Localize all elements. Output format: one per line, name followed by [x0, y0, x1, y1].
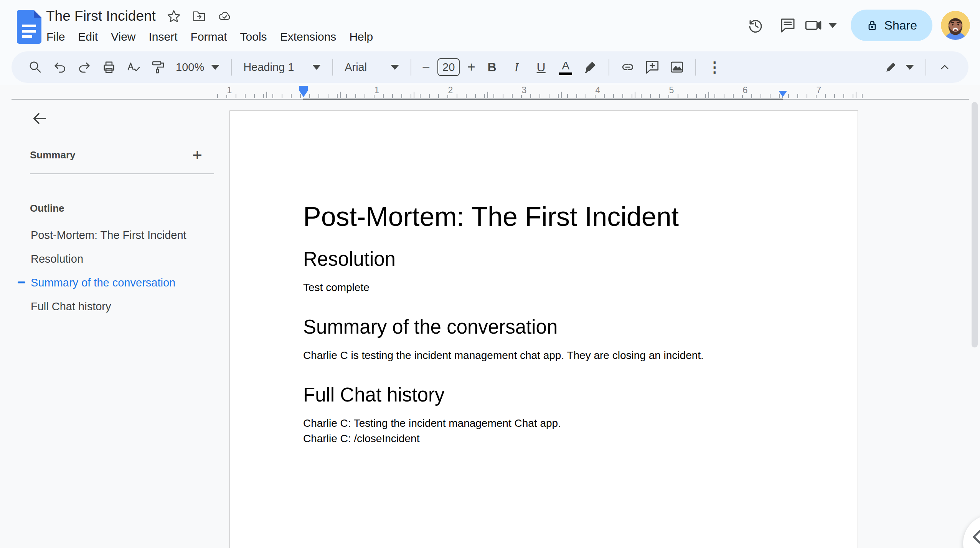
outline-item-label: Resolution: [31, 253, 83, 265]
menu-bar: File Edit View Insert Format Tools Exten…: [40, 27, 379, 47]
toolbar-divider: [695, 59, 696, 76]
summary-label: Summary: [30, 149, 76, 161]
join-call-control[interactable]: [804, 16, 837, 35]
horizontal-ruler: 1 1 2 3 4 5 6 7: [12, 85, 969, 100]
version-history-icon[interactable]: [739, 9, 772, 41]
toolbar-divider: [926, 59, 926, 76]
sidebar-divider: [30, 173, 214, 174]
menu-help[interactable]: Help: [343, 28, 379, 46]
lock-icon: [866, 19, 878, 31]
doc-paragraph[interactable]: Charlie C is testing the incident manage…: [303, 348, 784, 363]
search-menus-icon[interactable]: [23, 55, 48, 79]
doc-heading-summary[interactable]: Summary of the conversation: [303, 315, 784, 339]
outline-item-label: Full Chat history: [31, 300, 111, 313]
menu-file[interactable]: File: [40, 28, 71, 46]
text-color-letter: A: [562, 59, 569, 72]
menu-edit[interactable]: Edit: [71, 28, 104, 46]
document-page[interactable]: Post-Mortem: The First Incident Resoluti…: [229, 110, 858, 548]
chevron-left-icon: [966, 525, 980, 548]
video-call-icon: [804, 16, 823, 35]
add-comment-icon[interactable]: [640, 55, 665, 79]
outline-item-summary-active[interactable]: Summary of the conversation: [12, 271, 217, 295]
outline-item-label: Summary of the conversation: [31, 276, 175, 289]
text-color-button[interactable]: A: [553, 55, 578, 79]
star-icon[interactable]: [167, 9, 181, 23]
zoom-value: 100%: [176, 61, 204, 74]
toolbar-divider: [609, 59, 609, 76]
outline-item-resolution[interactable]: Resolution: [12, 247, 217, 271]
share-button[interactable]: Share: [851, 10, 932, 41]
share-label: Share: [884, 18, 917, 33]
chevron-down-icon: [211, 65, 219, 70]
ruler-number: 7: [815, 85, 823, 95]
ruler-number: 5: [667, 85, 676, 95]
left-indent-marker[interactable]: [299, 86, 308, 97]
menu-insert[interactable]: Insert: [142, 28, 184, 46]
italic-button[interactable]: I: [504, 55, 529, 79]
cloud-saved-icon[interactable]: [217, 9, 232, 23]
outline-label: Outline: [30, 202, 64, 214]
doc-heading-title[interactable]: Post-Mortem: The First Incident: [303, 201, 784, 233]
ruler-ticks: [266, 92, 857, 98]
menu-tools[interactable]: Tools: [234, 28, 274, 46]
font-family-value: Arial: [345, 61, 367, 74]
insert-image-icon[interactable]: [665, 55, 689, 79]
doc-heading-resolution[interactable]: Resolution: [303, 247, 784, 271]
outline-item-full-chat-history[interactable]: Full Chat history: [12, 295, 217, 318]
chevron-down-icon: [391, 65, 399, 70]
chevron-down-icon: [906, 65, 914, 70]
bold-button[interactable]: B: [480, 55, 504, 79]
formatting-toolbar: 100% Heading 1 Arial − 20 + B I U A ⋮: [12, 51, 968, 83]
outline-item-label: Post-Mortem: The First Incident: [31, 229, 186, 242]
comments-icon[interactable]: [772, 9, 804, 41]
active-item-dash: [18, 281, 25, 283]
vertical-scrollbar-thumb[interactable]: [972, 102, 978, 347]
more-options-icon[interactable]: ⋮: [702, 55, 727, 79]
menu-view[interactable]: View: [104, 28, 142, 46]
ruler-number: 4: [594, 85, 602, 95]
redo-icon[interactable]: [72, 55, 97, 79]
editing-mode-select[interactable]: [878, 59, 919, 75]
outline-item-post-mortem[interactable]: Post-Mortem: The First Incident: [12, 223, 217, 247]
doc-paragraph[interactable]: Test complete: [303, 280, 784, 295]
move-to-folder-icon[interactable]: [192, 9, 206, 23]
toolbar-divider: [231, 59, 232, 76]
paragraph-style-value: Heading 1: [243, 61, 294, 74]
decrease-font-size-button[interactable]: −: [417, 55, 434, 79]
text-color-swatch: [559, 72, 572, 75]
chevron-down-icon: [312, 65, 321, 70]
outline-sidebar: Summary + Outline Post-Mortem: The First…: [12, 100, 217, 548]
zoom-select[interactable]: 100%: [170, 61, 225, 74]
hide-menus-icon[interactable]: [932, 55, 957, 79]
doc-heading-chat-history[interactable]: Full Chat history: [303, 383, 784, 406]
print-icon[interactable]: [97, 55, 121, 79]
close-outline-back-icon[interactable]: [28, 107, 51, 130]
underline-button[interactable]: U: [529, 55, 553, 79]
account-avatar[interactable]: [941, 11, 970, 40]
doc-paragraph[interactable]: Charlie C: /closeIncident: [303, 431, 784, 446]
ruler-number: 2: [446, 85, 455, 95]
paint-format-icon[interactable]: [146, 55, 170, 79]
outline-list: Post-Mortem: The First Incident Resoluti…: [12, 223, 217, 318]
right-indent-marker[interactable]: [779, 91, 787, 97]
document-title[interactable]: The First Incident: [46, 8, 156, 24]
paragraph-style-select[interactable]: Heading 1: [238, 61, 326, 74]
doc-paragraph[interactable]: Charlie C: Testing the incident manageme…: [303, 416, 784, 431]
toolbar-divider: [332, 59, 333, 76]
menu-extensions[interactable]: Extensions: [274, 28, 343, 46]
highlight-color-icon[interactable]: [578, 55, 602, 79]
increase-font-size-button[interactable]: +: [463, 55, 480, 79]
undo-icon[interactable]: [48, 55, 72, 79]
insert-link-icon[interactable]: [615, 55, 640, 79]
font-size-input[interactable]: 20: [437, 58, 460, 76]
google-docs-logo-icon[interactable]: [17, 10, 41, 44]
ruler-number: 6: [741, 85, 750, 95]
spelling-check-icon[interactable]: [121, 55, 146, 79]
toolbar-divider: [411, 59, 411, 76]
menu-format[interactable]: Format: [184, 28, 234, 46]
add-summary-icon[interactable]: +: [187, 145, 207, 165]
ruler-number: 1: [225, 85, 234, 95]
pencil-icon: [883, 59, 899, 75]
font-family-select[interactable]: Arial: [339, 61, 404, 74]
chevron-down-icon[interactable]: [828, 23, 837, 28]
